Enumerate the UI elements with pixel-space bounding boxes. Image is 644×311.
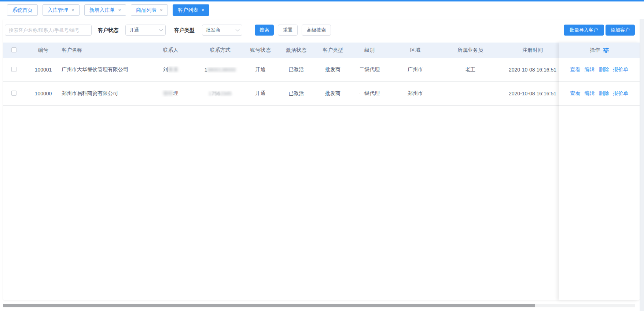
customer-table: 编号客户名称联系人联系方式账号状态激活状态客户类型级别区域所属业务员注册时间 1… xyxy=(3,43,564,106)
action-edit[interactable]: 编辑 xyxy=(585,90,595,97)
action-delete[interactable]: 删除 xyxy=(599,90,609,97)
cell-phone: 17562345 xyxy=(194,91,247,96)
cell-salesman: 老王 xyxy=(439,66,501,73)
text: 理 xyxy=(173,90,179,96)
table-row: 100001广州市大华餐饮管理有限公司刘某某13800138000开通已激活批发… xyxy=(3,58,564,82)
tab-label: 入库管理 xyxy=(48,7,68,14)
cell-contact: 张经理 xyxy=(148,90,194,97)
close-icon[interactable]: × xyxy=(160,8,163,12)
tab-入库管理[interactable]: 入库管理× xyxy=(43,4,80,16)
close-icon[interactable]: × xyxy=(71,8,74,12)
tab-新增入库单[interactable]: 新增入库单× xyxy=(84,4,126,16)
header-checkbox-cell xyxy=(3,47,25,54)
cell-phone: 13800138000 xyxy=(194,67,247,73)
cell-customer-name: 广州市大华餐饮管理有限公司 xyxy=(62,66,148,73)
customer-status-label: 客户状态 xyxy=(98,27,118,34)
redacted-text: 3800138000 xyxy=(207,67,236,73)
tab-客户列表[interactable]: 客户列表× xyxy=(173,4,210,16)
row-checkbox-cell xyxy=(3,67,25,73)
chevron-down-icon xyxy=(159,27,163,31)
header-客户类型: 客户类型 xyxy=(318,47,347,54)
header-客户名称: 客户名称 xyxy=(62,47,148,54)
search-input[interactable] xyxy=(5,25,92,36)
cell-id: 100000 xyxy=(25,91,62,96)
search-button[interactable]: 搜索 xyxy=(255,25,274,36)
select-all-checkbox[interactable] xyxy=(11,47,16,52)
action-quote[interactable]: 报价单 xyxy=(613,90,629,97)
customer-status-select[interactable]: 开通 xyxy=(125,25,166,36)
tab-系统首页[interactable]: 系统首页 xyxy=(7,4,38,16)
customer-status-value: 开通 xyxy=(129,27,139,33)
cell-reg-time: 2020-10-08 16:16:51 xyxy=(501,67,564,73)
add-customer-button[interactable]: 添加客户 xyxy=(606,25,635,36)
actions-column-header: 操作 xyxy=(559,43,640,58)
action-delete[interactable]: 删除 xyxy=(599,66,609,73)
close-icon[interactable]: × xyxy=(202,8,205,12)
header-区域: 区域 xyxy=(391,47,439,54)
cell-activation: 已激活 xyxy=(274,90,318,97)
header-联系人: 联系人 xyxy=(148,47,194,54)
tab-label: 新增入库单 xyxy=(89,7,115,14)
header-账号状态: 账号状态 xyxy=(247,47,274,54)
cell-region: 郑州市 xyxy=(391,90,439,97)
redacted-text: 张经 xyxy=(163,90,173,96)
action-quote[interactable]: 报价单 xyxy=(613,66,629,73)
cell-reg-time: 2020-10-08 16:16:51 xyxy=(501,91,564,96)
redacted-text: 756 xyxy=(211,91,220,96)
cell-account-status: 开通 xyxy=(247,90,274,97)
column-settings-icon[interactable] xyxy=(603,47,609,53)
redacted-text: 2345 xyxy=(220,91,232,96)
actions-row: 查看编辑删除报价单 xyxy=(559,58,640,82)
horizontal-scrollbar-thumb[interactable] xyxy=(3,304,535,307)
fixed-actions-column: 操作 查看编辑删除报价单查看编辑删除报价单 xyxy=(559,43,640,300)
cell-level: 一级代理 xyxy=(347,90,391,97)
tab-label: 商品列表 xyxy=(136,7,157,14)
header-激活状态: 激活状态 xyxy=(274,47,318,54)
customer-type-label: 客户类型 xyxy=(174,27,195,34)
cell-type: 批发商 xyxy=(318,66,347,73)
bulk-import-customers-button[interactable]: 批量导入客户 xyxy=(564,25,604,36)
redacted-text: 某某 xyxy=(168,66,179,72)
row-checkbox[interactable] xyxy=(11,91,16,96)
cell-id: 100001 xyxy=(25,67,62,73)
cell-region: 广州市 xyxy=(391,66,439,73)
chevron-down-icon xyxy=(235,27,239,31)
customer-type-select[interactable]: 批发商 xyxy=(202,25,242,36)
header-注册时间: 注册时间 xyxy=(501,47,564,54)
action-edit[interactable]: 编辑 xyxy=(585,66,595,73)
reset-button[interactable]: 重置 xyxy=(278,25,298,36)
tab-商品列表[interactable]: 商品列表× xyxy=(131,4,168,16)
cell-customer-name: 郑州市易科商贸有限公司 xyxy=(62,90,148,97)
tab-label: 客户列表 xyxy=(178,7,198,14)
cell-activation: 已激活 xyxy=(274,66,318,73)
redacted-text: 1 xyxy=(209,91,211,96)
actions-row: 查看编辑删除报价单 xyxy=(559,82,640,106)
row-checkbox[interactable] xyxy=(11,67,16,72)
tab-label: 系统首页 xyxy=(12,7,33,14)
cell-account-status: 开通 xyxy=(247,66,274,73)
cell-type: 批发商 xyxy=(318,90,347,97)
close-icon[interactable]: × xyxy=(118,8,121,12)
tab-bar: 系统首页入库管理×新增入库单×商品列表×客户列表× xyxy=(0,1,644,19)
actions-header-label: 操作 xyxy=(590,47,600,54)
right-gutter xyxy=(640,19,644,311)
customer-type-value: 批发商 xyxy=(206,27,220,33)
header-联系方式: 联系方式 xyxy=(194,47,247,54)
header-编号: 编号 xyxy=(25,47,62,54)
action-view[interactable]: 查看 xyxy=(570,90,581,97)
header-级别: 级别 xyxy=(347,47,391,54)
cell-contact: 刘某某 xyxy=(148,66,194,73)
header-所属业务员: 所属业务员 xyxy=(439,47,501,54)
cell-level: 二级代理 xyxy=(347,66,391,73)
advanced-search-button[interactable]: 高级搜索 xyxy=(302,25,331,36)
content-card: 客户状态 开通 客户类型 批发商 搜索 重置 高级搜索 批量导入客户 添加客户 … xyxy=(3,19,640,300)
table-header-row: 编号客户名称联系人联系方式账号状态激活状态客户类型级别区域所属业务员注册时间 xyxy=(3,43,564,58)
horizontal-scrollbar-track[interactable] xyxy=(3,304,635,307)
action-view[interactable]: 查看 xyxy=(570,66,581,73)
table-row: 100000郑州市易科商贸有限公司张经理17562345开通已激活批发商一级代理… xyxy=(3,82,564,106)
text: 刘 xyxy=(163,66,168,72)
row-checkbox-cell xyxy=(3,91,25,97)
